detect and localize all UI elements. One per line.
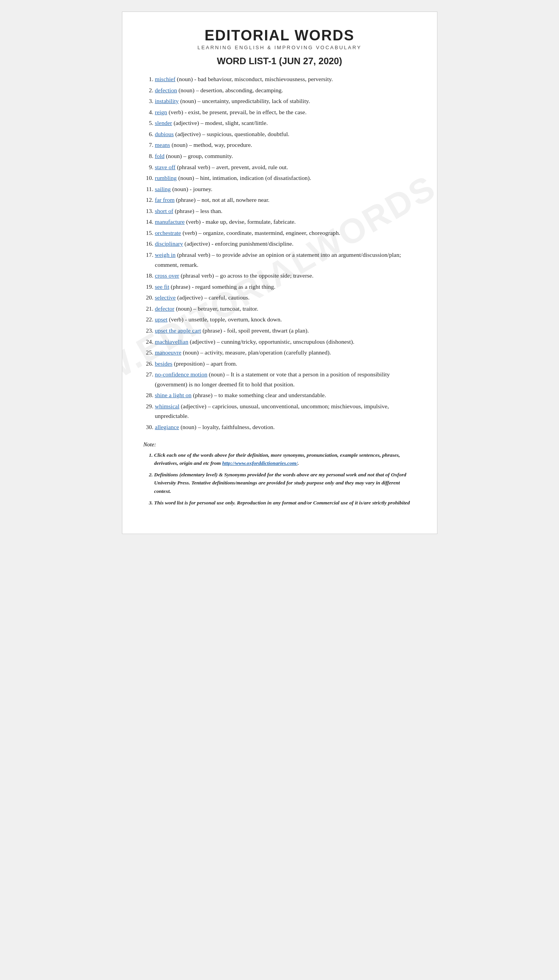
word-link[interactable]: besides — [155, 360, 173, 367]
list-item: slender (adjective) – modest, slight, sc… — [155, 118, 416, 128]
list-item: weigh in (phrasal verb) – to provide adv… — [155, 250, 416, 270]
list-item: fold (noun) – group, community. — [155, 151, 416, 161]
list-item: see fit (phrase) - regard something as a… — [155, 282, 416, 292]
word-link[interactable]: selective — [155, 294, 176, 301]
list-item: upset (verb) - unsettle, topple, overtur… — [155, 314, 416, 324]
word-link[interactable]: slender — [155, 120, 172, 126]
list-item: means (noun) – method, way, procedure. — [155, 140, 416, 150]
word-link[interactable]: far from — [155, 196, 175, 203]
list-item: stave off (phrasal verb) – avert, preven… — [155, 162, 416, 172]
note-label: Note: — [144, 441, 416, 448]
word-link[interactable]: whimsical — [155, 403, 180, 409]
note-items-list: Click each one of the words above for th… — [144, 451, 416, 507]
word-link[interactable]: machiavellian — [155, 338, 189, 345]
note-section: Note: Click each one of the words above … — [144, 441, 416, 507]
list-item: far from (phrase) – not, not at all, now… — [155, 195, 416, 205]
word-link[interactable]: shine a light on — [155, 392, 192, 398]
word-link[interactable]: manoeuvre — [155, 349, 182, 356]
site-title: EDITORIAL WORDS — [144, 27, 416, 44]
list-item: short of (phrase) – less than. — [155, 206, 416, 216]
note-item-2: Definitions (elementary level) & Synonym… — [154, 471, 416, 496]
list-item: whimsical (adjective) – capricious, unus… — [155, 401, 416, 421]
list-item: selective (adjective) – careful, cautiou… — [155, 293, 416, 303]
word-link[interactable]: defector — [155, 305, 175, 312]
word-link[interactable]: manufacture — [155, 218, 185, 225]
list-item: cross over (phrasal verb) – go across to… — [155, 271, 416, 281]
list-item: besides (preposition) – apart from. — [155, 359, 416, 369]
word-link[interactable]: reign — [155, 109, 167, 115]
word-link[interactable]: see fit — [155, 283, 169, 290]
list-item: dubious (adjective) – suspicious, questi… — [155, 129, 416, 139]
oxford-link[interactable]: http://www.oxforddictionaries.com/ — [222, 460, 297, 466]
word-link[interactable]: instability — [155, 98, 179, 104]
list-item: shine a light on (phrase) – to make some… — [155, 390, 416, 400]
word-link[interactable]: allegiance — [155, 424, 179, 430]
list-item: disciplinary (adjective) - enforcing pun… — [155, 239, 416, 249]
word-link[interactable]: upset the apple cart — [155, 327, 201, 334]
word-link[interactable]: stave off — [155, 164, 176, 170]
word-link[interactable]: fold — [155, 153, 165, 159]
word-link[interactable]: mischief — [155, 76, 175, 82]
note-item-1: Click each one of the words above for th… — [154, 451, 416, 468]
word-link[interactable]: means — [155, 141, 170, 148]
list-item: machiavellian (adjective) – cunning/tric… — [155, 337, 416, 347]
list-item: manufacture (verb) - make up, devise, fo… — [155, 217, 416, 227]
word-link[interactable]: defection — [155, 87, 177, 93]
word-link[interactable]: cross over — [155, 272, 179, 279]
list-item: instability (noun) – uncertainty, unpred… — [155, 96, 416, 106]
word-link[interactable]: orchestrate — [155, 230, 181, 236]
list-item: defection (noun) – desertion, absconding… — [155, 85, 416, 95]
page-container: WWW.EDITORIALWORDS.COM EDITORIAL WORDS L… — [122, 12, 437, 534]
list-item: rumbling (noun) – hint, intimation, indi… — [155, 173, 416, 183]
word-link[interactable]: rumbling — [155, 175, 177, 181]
list-item: manoeuvre (noun) – activity, measure, pl… — [155, 348, 416, 358]
list-item: mischief (noun) - bad behaviour, miscond… — [155, 74, 416, 84]
word-list-title: WORD LIST-1 (JUN 27, 2020) — [144, 56, 416, 67]
list-item: orchestrate (verb) – organize, coordinat… — [155, 228, 416, 238]
word-link[interactable]: sailing — [155, 186, 171, 192]
list-item: defector (noun) – betrayer, turncoat, tr… — [155, 304, 416, 314]
word-list: mischief (noun) - bad behaviour, miscond… — [144, 74, 416, 432]
word-link[interactable]: short of — [155, 208, 174, 214]
list-item: upset the apple cart (phrase) - foil, sp… — [155, 326, 416, 336]
content-area: EDITORIAL WORDS LEARNING ENGLISH & IMPRO… — [144, 27, 416, 507]
word-link[interactable]: weigh in — [155, 251, 176, 258]
word-link[interactable]: no-confidence motion — [155, 371, 207, 378]
site-subtitle: LEARNING ENGLISH & IMPROVING VOCABULARY — [144, 45, 416, 50]
word-link[interactable]: upset — [155, 316, 168, 323]
list-item: reign (verb) - exist, be present, prevai… — [155, 107, 416, 117]
word-link[interactable]: dubious — [155, 131, 174, 137]
list-item: sailing (noun) - journey. — [155, 184, 416, 194]
list-item: no-confidence motion (noun) – It is a st… — [155, 369, 416, 389]
word-link[interactable]: disciplinary — [155, 240, 183, 247]
note-item-3: This word list is for personal use only.… — [154, 499, 416, 507]
list-item: allegiance (noun) – loyalty, faithfulnes… — [155, 422, 416, 432]
